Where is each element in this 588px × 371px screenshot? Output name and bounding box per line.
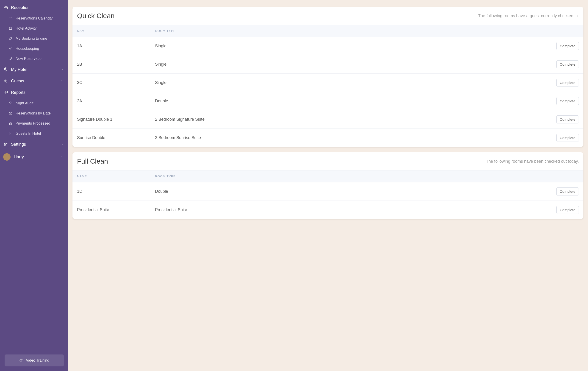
quick-clean-subtitle: The following rooms have a guest current… bbox=[478, 13, 579, 18]
sidebar-item-label: Settings bbox=[11, 142, 58, 147]
room-name: 3C bbox=[77, 80, 155, 85]
room-type: Single bbox=[155, 80, 551, 85]
complete-button[interactable]: Complete bbox=[556, 97, 579, 105]
sidebar-item-reservations-calendar[interactable]: Reservations Calendar bbox=[0, 13, 68, 23]
column-header-type: ROOM TYPE bbox=[155, 175, 551, 178]
sidebar-item-night-audit[interactable]: Night Audit bbox=[0, 98, 68, 108]
table-row: Presidential SuitePresidential SuiteComp… bbox=[73, 201, 583, 219]
table-row: Signature Double 12 Bedroom Signature Su… bbox=[73, 110, 583, 129]
quick-clean-rows: 1ASingleComplete2BSingleComplete3CSingle… bbox=[73, 37, 583, 147]
table-row: Sunrise Double2 Bedroom Sunrise SuiteCom… bbox=[73, 129, 583, 147]
room-type: Presidential Suite bbox=[155, 207, 551, 212]
complete-button[interactable]: Complete bbox=[556, 134, 579, 142]
quick-clean-title: Quick Clean bbox=[77, 12, 115, 20]
table-row: 3CSingleComplete bbox=[73, 74, 583, 92]
chevron-up-icon bbox=[61, 6, 64, 10]
user-name: Harry bbox=[14, 155, 58, 159]
sidebar-item-my-booking-engine[interactable]: My Booking Engine bbox=[0, 33, 68, 43]
sidebar-item-hotel-activity[interactable]: Hotel Activity bbox=[0, 23, 68, 33]
full-clean-table-header: NAME ROOM TYPE bbox=[73, 170, 583, 182]
table-row: 1ASingleComplete bbox=[73, 37, 583, 55]
sidebar-item-label: Hotel Activity bbox=[16, 26, 37, 31]
column-header-type: ROOM TYPE bbox=[155, 29, 551, 32]
column-header-name: NAME bbox=[77, 29, 155, 32]
sidebar-item-label: Guests bbox=[11, 79, 58, 84]
svg-rect-1 bbox=[9, 17, 12, 20]
svg-point-8 bbox=[6, 80, 7, 81]
sidebar-item-reservations-by-date[interactable]: Reservations by Date bbox=[0, 108, 68, 118]
room-type: 2 Bedroom Sunrise Suite bbox=[155, 135, 551, 140]
sidebar-item-label: Guests In Hotel bbox=[16, 131, 41, 136]
complete-button[interactable]: Complete bbox=[556, 206, 579, 214]
svg-point-5 bbox=[11, 38, 11, 38]
full-clean-rows: 1DDoubleCompletePresidential SuitePresid… bbox=[73, 182, 583, 219]
rocket-icon bbox=[8, 36, 13, 41]
svg-point-7 bbox=[5, 80, 6, 81]
broom-icon bbox=[8, 46, 13, 51]
room-type: Single bbox=[155, 43, 551, 48]
chevron-up-icon bbox=[61, 91, 64, 94]
svg-rect-21 bbox=[9, 132, 12, 135]
sidebar-item-label: Reservations by Date bbox=[16, 111, 51, 116]
complete-button[interactable]: Complete bbox=[556, 116, 579, 123]
room-name: Signature Double 1 bbox=[77, 117, 155, 122]
room-type: Double bbox=[155, 189, 551, 194]
users-icon bbox=[3, 78, 8, 84]
sidebar-item-label: Reports bbox=[11, 90, 58, 95]
sidebar-item-label: Housekeeping bbox=[16, 47, 39, 51]
calendar-icon bbox=[8, 16, 13, 21]
sidebar-item-label: My Hotel bbox=[11, 67, 58, 72]
svg-rect-9 bbox=[4, 91, 8, 93]
column-header-name: NAME bbox=[77, 175, 155, 178]
chevron-down-icon bbox=[61, 155, 64, 159]
sidebar: Reception Reservations Calendar Hotel Ac bbox=[0, 0, 68, 371]
svg-rect-28 bbox=[20, 360, 22, 361]
sidebar-item-guests[interactable]: Guests bbox=[0, 75, 68, 87]
avatar bbox=[3, 153, 10, 161]
svg-marker-29 bbox=[22, 360, 23, 361]
video-icon bbox=[19, 358, 24, 363]
room-name: Presidential Suite bbox=[77, 207, 155, 212]
room-type: Single bbox=[155, 62, 551, 67]
chevron-down-icon bbox=[61, 79, 64, 83]
edit-icon bbox=[8, 56, 13, 61]
bed-icon bbox=[3, 5, 8, 10]
complete-button[interactable]: Complete bbox=[556, 187, 579, 195]
pin-icon bbox=[8, 101, 13, 106]
sidebar-item-user[interactable]: Harry bbox=[0, 150, 68, 164]
complete-button[interactable]: Complete bbox=[556, 79, 579, 87]
sidebar-item-my-hotel[interactable]: My Hotel bbox=[0, 64, 68, 75]
complete-button[interactable]: Complete bbox=[556, 60, 579, 68]
sidebar-item-label: My Booking Engine bbox=[16, 36, 47, 41]
full-clean-title: Full Clean bbox=[77, 157, 108, 165]
location-icon bbox=[3, 67, 8, 72]
main-content: Quick Clean The following rooms have a g… bbox=[68, 0, 588, 371]
quick-clean-card: Quick Clean The following rooms have a g… bbox=[73, 7, 583, 147]
sidebar-item-reports[interactable]: Reports bbox=[0, 87, 68, 98]
svg-point-6 bbox=[5, 68, 6, 69]
full-clean-subtitle: The following rooms have been checked ou… bbox=[486, 159, 579, 164]
complete-button[interactable]: Complete bbox=[556, 42, 579, 50]
presentation-icon bbox=[3, 90, 8, 95]
sidebar-item-label: Payments Processed bbox=[16, 121, 50, 126]
room-type: Double bbox=[155, 99, 551, 104]
sidebar-item-label: Reservations Calendar bbox=[16, 16, 53, 21]
sidebar-item-housekeeping[interactable]: Housekeeping bbox=[0, 43, 68, 54]
sidebar-item-payments-processed[interactable]: Payments Processed bbox=[0, 118, 68, 128]
room-name: 2B bbox=[77, 62, 155, 67]
nav-section-reception: Reception Reservations Calendar Hotel Ac bbox=[0, 2, 68, 64]
bank-icon bbox=[8, 121, 13, 126]
sidebar-item-new-reservation[interactable]: New Reservation bbox=[0, 54, 68, 64]
full-clean-card: Full Clean The following rooms have been… bbox=[73, 152, 583, 219]
sidebar-item-settings[interactable]: Settings bbox=[0, 138, 68, 150]
sidebar-item-reception[interactable]: Reception bbox=[0, 2, 68, 13]
sidebar-item-label: Reception bbox=[11, 5, 58, 10]
inbox-icon bbox=[8, 26, 13, 31]
svg-point-0 bbox=[4, 7, 5, 7]
check-square-icon bbox=[8, 131, 13, 136]
video-training-button[interactable]: Video Training bbox=[5, 354, 64, 366]
sidebar-item-guests-in-hotel[interactable]: Guests In Hotel bbox=[0, 128, 68, 138]
sidebar-item-label: New Reservation bbox=[16, 57, 43, 61]
room-name: 2A bbox=[77, 99, 155, 104]
table-row: 2BSingleComplete bbox=[73, 55, 583, 74]
